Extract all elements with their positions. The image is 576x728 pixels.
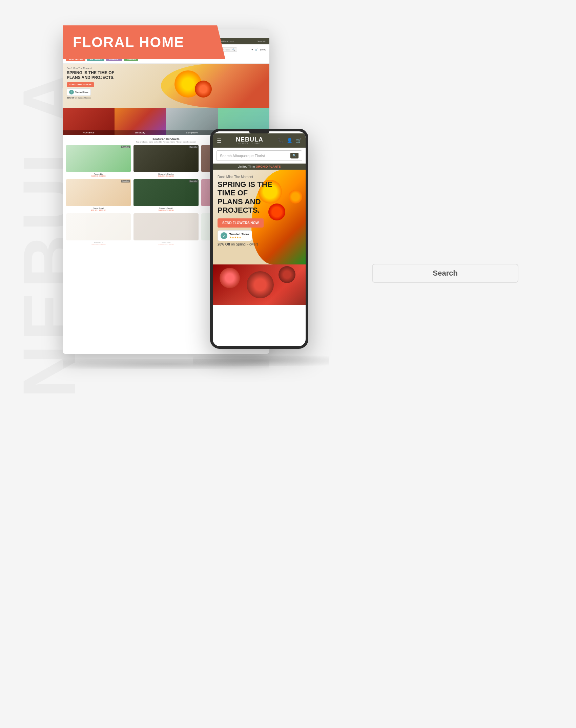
trusted-check-icon: ✓ [69, 90, 74, 94]
mobile-discount-amount: 20% Off [218, 242, 230, 246]
product-price-2: $61.98 - $111.98 [133, 175, 198, 177]
product-img-2 [133, 145, 198, 172]
product-card-4[interactable]: More Info Snow Angel $62.98 - $112.98 [66, 179, 131, 211]
trusted-badge: ✓ Trusted Store [67, 88, 91, 96]
more-info-1[interactable]: More Info [121, 146, 130, 148]
product-price-4: $62.98 - $112.98 [66, 209, 131, 211]
more-info-5[interactable]: More Info [189, 180, 198, 183]
mobile-cart-icon[interactable]: 🛒 [296, 138, 302, 143]
cart-icon[interactable]: 🛒 [255, 48, 258, 51]
mobile-logo-sub: FLORAL HOME [236, 143, 263, 145]
mobile-discount-suffix: on Spring Flowers [231, 242, 259, 246]
search-label[interactable]: Search [372, 264, 518, 283]
cat-birthday[interactable]: Birthday [115, 108, 166, 135]
mobile-hero-subtitle: Don't Miss The Moment [218, 175, 301, 179]
mobile-mockup: ☰ NEBULA FLORAL HOME 📞 👤 🛒 Search Albuqu… [210, 129, 308, 349]
mobile-trusted-text: Trusted Store [229, 233, 249, 236]
mobile-logo[interactable]: NEBULA FLORAL HOME [236, 136, 263, 145]
product-img-5 [133, 179, 198, 206]
cat-romance[interactable]: Romance [63, 108, 115, 135]
mobile-trusted-badge: ✓ Trusted Store ★★★★★ [218, 230, 252, 241]
heart-icon[interactable]: ♥ [251, 48, 253, 51]
mobile-discount: 20% Off on Spring Flowers [218, 242, 301, 246]
mobile-roses [213, 264, 306, 305]
mobile-limited-bar: Limited Time ORCHID PLANTS [213, 164, 306, 170]
mobile-nav: ☰ NEBULA FLORAL HOME 📞 👤 🛒 [213, 133, 306, 148]
mobile-hero: Don't Miss The Moment SPRING IS THE TIME… [213, 170, 306, 264]
mobile-trusted-check-icon: ✓ [221, 232, 227, 239]
cat-sympathy-label: Sympathy [166, 130, 218, 135]
mobile-phone-icon[interactable]: 📞 [277, 138, 283, 143]
product-card-5[interactable]: More Info Nature's Breath $66.98 - $146.… [133, 179, 198, 211]
hero-content: Don't Miss The Moment SPRING IS THE TIME… [67, 67, 128, 99]
flower-circle-2 [195, 81, 212, 98]
hero-title: SPRING IS THE TIME OF PLANS AND PROJECTS… [67, 70, 128, 80]
mobile-hero-title: SPRING IS THE TIME OF PLANS AND PROJECTS… [218, 180, 273, 214]
product-img-1 [66, 145, 131, 172]
product-img-7 [66, 213, 131, 240]
cart-price: $0.00 [260, 48, 266, 51]
mobile-trusted-stars: ★★★★★ [229, 236, 249, 239]
mobile-shadow [193, 356, 329, 366]
mobile-search-button[interactable]: 🔍 [290, 153, 299, 158]
product-price-8: $55.98 - $105.98 [133, 243, 198, 245]
trusted-text: Trusted Store [75, 91, 88, 93]
product-price-1: $44.98 - $99.98 [66, 175, 131, 177]
limited-time-label: Limited Time [238, 165, 256, 168]
rose-petals-1 [220, 268, 240, 288]
mobile-user-icon[interactable]: 👤 [287, 138, 292, 143]
mobile-logo-main: NEBULA [236, 136, 263, 143]
mobile-send-flowers-btn[interactable]: SEND FLOWERS NOW [218, 218, 264, 228]
product-card-7[interactable]: Product 7 $45.98 - $95.98 [66, 213, 131, 245]
product-card-8[interactable]: Product 8 $55.98 - $105.98 [133, 213, 198, 245]
mobile-nav-icons: 📞 👤 🛒 [277, 138, 302, 143]
send-flowers-btn[interactable]: SEND FLOWERS NOW [67, 82, 94, 87]
more-info-2[interactable]: More Info [189, 146, 198, 148]
orchid-plants-link[interactable]: ORCHID PLANTS [256, 165, 281, 168]
hero-subtitle: Don't Miss The Moment [67, 67, 128, 69]
hero-discount: 20% Off on Spring Flowers [67, 97, 128, 99]
product-card-2[interactable]: More Info Simone's Garden $61.98 - $111.… [133, 145, 198, 177]
product-price-7: $45.98 - $95.98 [66, 243, 131, 245]
product-card-1[interactable]: More Info Peace Lily $44.98 - $99.98 [66, 145, 131, 177]
product-img-8 [133, 213, 198, 240]
more-info-4[interactable]: More Info [121, 180, 130, 183]
floral-banner-text: FLORAL HOME [73, 34, 184, 50]
mobile-hero-content: Don't Miss The Moment SPRING IS THE TIME… [213, 170, 306, 252]
floral-banner: FLORAL HOME [63, 25, 225, 59]
product-img-4 [66, 179, 131, 206]
cat-birthday-label: Birthday [115, 130, 166, 135]
desktop-hero: Don't Miss The Moment SPRING IS THE TIME… [63, 64, 269, 108]
mobile-search-bar[interactable]: Search Albuquerque Florist 🔍 [216, 150, 302, 161]
mobile-trusted-info: Trusted Store ★★★★★ [229, 233, 249, 239]
store-info-text[interactable]: Store Info [257, 40, 266, 42]
search-icon[interactable]: 🔍 [232, 48, 235, 51]
rose-petals-3 [279, 266, 295, 283]
cat-romance-label: Romance [63, 130, 115, 135]
search-detection-area[interactable]: Search [372, 264, 518, 283]
product-price-5: $66.98 - $146.98 [133, 209, 198, 211]
hamburger-icon[interactable]: ☰ [217, 137, 222, 144]
hero-flowers [161, 64, 269, 108]
rose-petals-2 [247, 271, 274, 298]
mobile-search-placeholder: Search Albuquerque Florist [220, 154, 265, 158]
desktop-nav-icons: ♥ 🛒 $0.00 [251, 48, 266, 51]
cat-sympathy[interactable]: Sympathy [166, 108, 218, 135]
mobile-notch [249, 131, 269, 133]
